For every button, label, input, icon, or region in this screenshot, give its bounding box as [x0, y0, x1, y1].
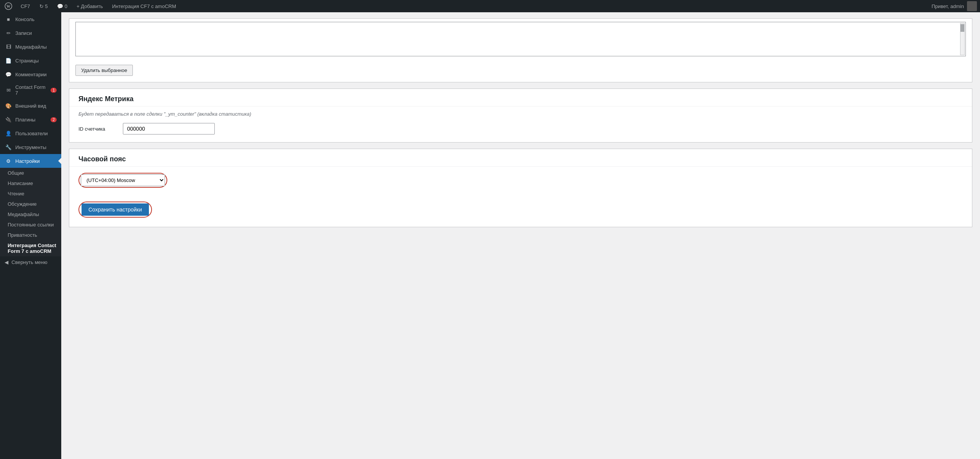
top-bar: W CF7 ↻ 5 💬 0 + Добавить Интеграция CF7 …: [0, 0, 980, 12]
topbar-updates[interactable]: ↻ 5: [37, 3, 50, 9]
submenu-general[interactable]: Общие: [0, 168, 61, 178]
sidebar-item-users[interactable]: 👤 Пользователи: [0, 126, 61, 140]
yandex-subtitle: Будет передаваться в поле сделки "_ym_co…: [69, 107, 972, 120]
timezone-row: (UTC+04:00) Moscow: [69, 167, 972, 195]
sidebar-item-label: Страницы: [15, 58, 39, 64]
submenu-discussion[interactable]: Обсуждение: [0, 199, 61, 209]
collapse-menu[interactable]: ◀ Свернуть меню: [0, 256, 61, 268]
submenu-label: Обсуждение: [8, 201, 37, 207]
submenu-media[interactable]: Медиафайлы: [0, 209, 61, 220]
sidebar-item-label: Медиафайлы: [15, 44, 47, 50]
submenu-permalinks[interactable]: Постоянные ссылки: [0, 220, 61, 230]
avatar: [967, 1, 977, 11]
sidebar-item-appearance[interactable]: 🎨 Внешний вид: [0, 99, 61, 113]
counter-input[interactable]: [123, 123, 215, 134]
timezone-section: Часовой пояс (UTC+04:00) Moscow Сохранит…: [69, 149, 972, 227]
settings-icon: ⚙: [5, 157, 12, 165]
submenu-reading[interactable]: Чтение: [0, 189, 61, 199]
sidebar-item-label: Консоль: [15, 16, 34, 22]
sidebar: ■ Консоль ✏ Записи 🎞 Медиафайлы 📄 Страни…: [0, 12, 61, 459]
sidebar-item-label: Комментарии: [15, 72, 47, 77]
yandex-title: Яндекс Метрика: [69, 89, 972, 107]
sidebar-item-cf7[interactable]: ✉ Contact Form 7 1: [0, 81, 61, 99]
media-icon: 🎞: [5, 43, 12, 51]
submenu-privacy[interactable]: Приватность: [0, 230, 61, 240]
email-icon: ✉: [5, 86, 12, 94]
scrollbar-thumb: [960, 24, 964, 32]
submenu-label: Интеграция Contact Form 7 с amoCRM: [8, 243, 57, 254]
timezone-title: Часовой пояс: [69, 149, 972, 167]
timezone-select[interactable]: (UTC+04:00) Moscow: [81, 174, 165, 186]
svg-text:W: W: [7, 4, 10, 8]
topbar-comments[interactable]: 💬 0: [55, 3, 70, 9]
sidebar-item-console[interactable]: ■ Консоль: [0, 12, 61, 26]
dashboard-icon: ■: [5, 15, 12, 23]
save-settings-button[interactable]: Сохранить настройки: [82, 203, 149, 216]
sidebar-item-label: Плагины: [15, 117, 36, 123]
sidebar-item-label: Настройки: [15, 158, 40, 164]
topbar-cf7[interactable]: CF7: [18, 3, 33, 9]
submenu-label: Постоянные ссылки: [8, 222, 54, 228]
top-section: Удалить выбранное: [69, 18, 972, 82]
collapse-label: Свернуть меню: [11, 259, 47, 265]
submenu-label: Приватность: [8, 232, 37, 238]
timezone-circle-annotation: (UTC+04:00) Moscow: [78, 173, 167, 188]
scrollbar[interactable]: [960, 23, 965, 55]
cf7-badge: 1: [51, 88, 57, 93]
comment-icon: 💬: [5, 70, 12, 78]
submenu-label: Медиафайлы: [8, 211, 39, 217]
submenu-label: Общие: [8, 170, 24, 176]
submenu-label: Чтение: [8, 191, 24, 197]
collapse-arrow-icon: ◀: [5, 259, 8, 265]
wp-logo[interactable]: W: [3, 1, 14, 11]
sidebar-item-records[interactable]: ✏ Записи: [0, 26, 61, 40]
sidebar-item-settings[interactable]: ⚙ Настройки: [0, 154, 61, 168]
user-icon: 👤: [5, 130, 12, 137]
sidebar-item-label: Внешний вид: [15, 103, 46, 109]
topbar-greeting: Привет, admin: [931, 3, 964, 9]
edit-icon: ✏: [5, 29, 12, 37]
sidebar-arrow: [58, 158, 61, 164]
submenu-cf7-integration[interactable]: Интеграция Contact Form 7 с amoCRM: [0, 240, 61, 256]
yandex-metrika-section: Яндекс Метрика Будет передаваться в поле…: [69, 89, 972, 143]
content-textarea-area: [75, 22, 966, 56]
save-section: Сохранить настройки: [69, 195, 972, 227]
delete-selected-button[interactable]: Удалить выбранное: [75, 65, 133, 76]
plugin-icon: 🔌: [5, 116, 12, 123]
sidebar-item-label: Contact Form 7: [15, 84, 47, 96]
topbar-add[interactable]: + Добавить: [74, 3, 105, 9]
page-icon: 📄: [5, 57, 12, 64]
plugins-badge: 2: [51, 117, 57, 122]
sidebar-item-label: Инструменты: [15, 144, 46, 150]
sidebar-item-media[interactable]: 🎞 Медиафайлы: [0, 40, 61, 54]
counter-row: ID счетчика: [69, 120, 972, 142]
submenu-label: Написание: [8, 180, 33, 186]
appearance-icon: 🎨: [5, 102, 12, 110]
sidebar-item-label: Записи: [15, 30, 32, 36]
main-content: Удалить выбранное Яндекс Метрика Будет п…: [61, 12, 980, 459]
tools-icon: 🔧: [5, 143, 12, 151]
sidebar-item-pages[interactable]: 📄 Страницы: [0, 54, 61, 67]
topbar-integration[interactable]: Интеграция CF7 с amoCRM: [110, 3, 178, 9]
settings-submenu: Общие Написание Чтение Обсуждение Медиаф…: [0, 168, 61, 256]
submenu-writing[interactable]: Написание: [0, 178, 61, 189]
counter-label: ID счетчика: [78, 126, 117, 132]
sidebar-item-comments[interactable]: 💬 Комментарии: [0, 67, 61, 81]
sidebar-item-tools[interactable]: 🔧 Инструменты: [0, 140, 61, 154]
sidebar-item-plugins[interactable]: 🔌 Плагины 2: [0, 113, 61, 126]
sidebar-item-label: Пользователи: [15, 131, 48, 136]
